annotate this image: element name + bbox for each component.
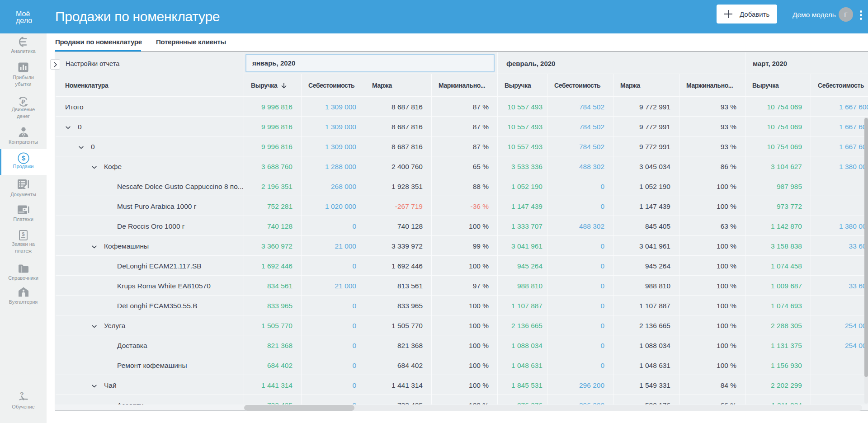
svg-text:$: $ [22, 231, 25, 237]
svg-text:$: $ [21, 155, 25, 162]
svg-text:₽: ₽ [21, 99, 25, 105]
